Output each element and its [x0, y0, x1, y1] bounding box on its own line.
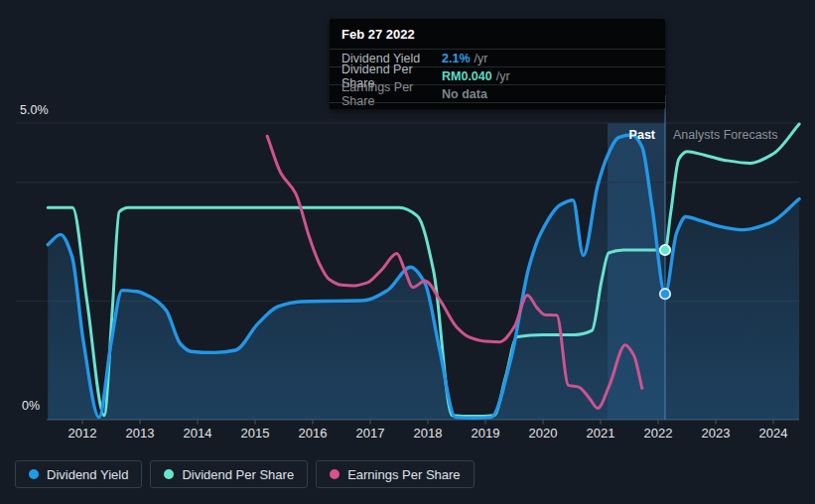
legend-item-earnings-per-share[interactable]: Earnings Per Share — [316, 460, 474, 488]
tooltip-value-earnings-per-share: No data — [442, 87, 487, 101]
x-tick-2020: 2020 — [521, 426, 565, 441]
x-tick-2017: 2017 — [348, 426, 392, 441]
legend-label-earnings-per-share: Earnings Per Share — [347, 467, 460, 482]
x-tick-2014: 2014 — [176, 426, 219, 441]
x-tick-2021: 2021 — [579, 426, 622, 441]
x-tick-2016: 2016 — [291, 426, 335, 441]
legend-label-dividend-yield: Dividend Yield — [47, 467, 128, 482]
chart-legend: Dividend Yield Dividend Per Share Earnin… — [15, 460, 475, 488]
x-tick-2018: 2018 — [406, 426, 450, 441]
legend-item-dividend-yield[interactable]: Dividend Yield — [15, 460, 142, 488]
dividend-per-share-swatch-icon — [164, 469, 174, 479]
earnings-per-share-swatch-icon — [330, 469, 340, 479]
tooltip-label-earnings-per-share: Earnings Per Share — [341, 80, 442, 108]
dividend-per-share-marker-dot[interactable] — [660, 245, 670, 255]
x-tick-2019: 2019 — [464, 426, 507, 441]
tooltip-value-dividend-yield: 2.1% — [442, 52, 471, 65]
dividend-yield-area — [48, 135, 799, 420]
tooltip-value-dividend-per-share: RM0.040 — [442, 69, 492, 83]
chart-tooltip: Feb 27 2022 Dividend Yield 2.1% /yr Divi… — [330, 19, 665, 109]
x-tick-2015: 2015 — [233, 426, 277, 441]
x-tick-2022: 2022 — [636, 426, 680, 441]
x-tick-2013: 2013 — [118, 426, 162, 441]
analysts-forecasts-label: Analysts Forecasts — [673, 128, 778, 142]
y-axis-label-top: 5.0% — [20, 103, 49, 117]
x-tick-2012: 2012 — [61, 426, 104, 441]
past-region-label: Past — [594, 128, 655, 142]
x-tick-2024: 2024 — [751, 426, 795, 441]
dividend-yield-swatch-icon — [29, 469, 39, 479]
tooltip-row-2: Earnings Per Share No data — [330, 84, 665, 103]
y-axis-label-zero: 0% — [22, 399, 40, 413]
dividend-yield-marker-dot[interactable] — [660, 289, 670, 299]
tooltip-suffix-dividend-yield: /yr — [475, 52, 488, 65]
tooltip-suffix-dividend-per-share: /yr — [496, 69, 510, 83]
x-tick-2023: 2023 — [694, 426, 738, 441]
legend-item-dividend-per-share[interactable]: Dividend Per Share — [150, 460, 308, 488]
legend-label-dividend-per-share: Dividend Per Share — [182, 467, 294, 482]
tooltip-date: Feb 27 2022 — [330, 24, 665, 49]
